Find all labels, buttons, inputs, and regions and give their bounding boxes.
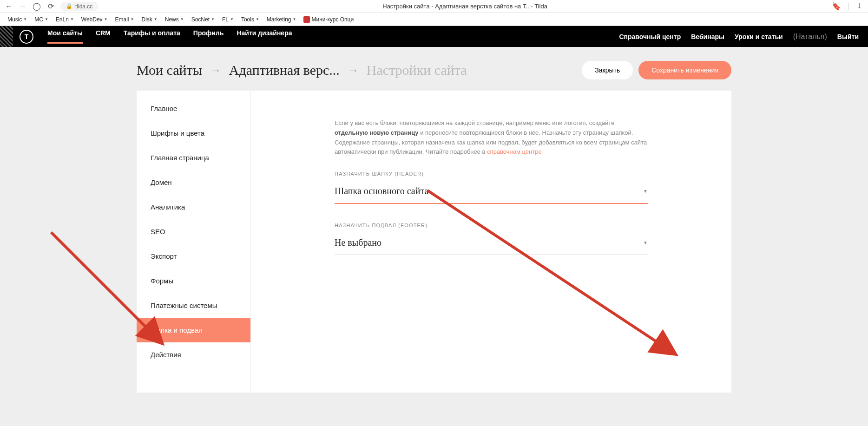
- footer-field-label: НАЗНАЧИТЬ ПОДВАЛ (FOOTER): [335, 223, 648, 228]
- breadcrumbs: Мои сайты → Адаптивная верс... → Настрой…: [137, 61, 731, 79]
- nav-help-center[interactable]: Справочный центр: [619, 33, 681, 40]
- browser-toolbar: ← → ◯ ⟳ 🔒 tilda.cc Настройки сайта - Ада…: [0, 0, 868, 13]
- nav-profile[interactable]: Профиль: [193, 29, 224, 44]
- help-text: Если у вас есть блоки, повторяющиеся на …: [335, 118, 648, 157]
- sidebar-item-header-footer[interactable]: Шапка и подвал: [137, 318, 250, 342]
- separator: |: [848, 2, 849, 11]
- settings-panel: Главное Шрифты и цвета Главная страница …: [137, 91, 731, 393]
- zigzag-decor: [0, 26, 13, 47]
- sidebar-item-analytics[interactable]: Аналитика: [137, 195, 250, 219]
- sidebar-item-homepage[interactable]: Главная страница: [137, 145, 250, 170]
- help-link[interactable]: справочном центре: [487, 148, 542, 155]
- back-icon[interactable]: ←: [5, 2, 13, 11]
- nav-left: Мои сайты CRM Тарифы и оплата Профиль На…: [47, 29, 292, 44]
- crumb-project[interactable]: Адаптивная верс...: [229, 62, 340, 78]
- url-text: tilda.cc: [75, 3, 92, 10]
- nav-logout[interactable]: Выйти: [837, 33, 859, 40]
- sidebar: Главное Шрифты и цвета Главная страница …: [137, 91, 251, 393]
- yandex-icon[interactable]: ◯: [33, 2, 41, 11]
- chevron-right-icon: →: [347, 63, 359, 78]
- url-box[interactable]: 🔒 tilda.cc: [60, 2, 98, 11]
- nav-tariffs[interactable]: Тарифы и оплата: [124, 29, 180, 44]
- crumb-my-sites[interactable]: Мои сайты: [137, 62, 202, 78]
- chevron-right-icon: →: [210, 63, 222, 78]
- bookmark-item[interactable]: MC▼: [32, 15, 51, 24]
- bookmark-item[interactable]: Marketing▼: [264, 15, 299, 24]
- bookmark-item[interactable]: WebDev▼: [79, 15, 111, 24]
- main-content: Если у вас есть блоки, повторяющиеся на …: [251, 91, 731, 393]
- bookmark-item[interactable]: Мини-курс Опци: [301, 15, 356, 24]
- lock-icon: 🔒: [66, 3, 72, 9]
- sidebar-item-domain[interactable]: Домен: [137, 170, 250, 195]
- bookmarks-bar: Music▼ MC▼ EnLn▼ WebDev▼ Email▼ Disk▼ Ne…: [0, 13, 868, 26]
- chevron-down-icon: ▼: [643, 189, 648, 194]
- sidebar-item-seo[interactable]: SEO: [137, 219, 250, 244]
- bookmark-item[interactable]: Tools▼: [238, 15, 262, 24]
- bookmark-item[interactable]: FL▼: [219, 15, 237, 24]
- bookmark-item[interactable]: Email▼: [112, 15, 137, 24]
- nav-lessons[interactable]: Уроки и статьи: [735, 33, 783, 40]
- bookmark-icon[interactable]: 🔖: [832, 2, 841, 11]
- forward-icon[interactable]: →: [19, 2, 27, 11]
- chevron-down-icon: ▼: [643, 240, 648, 245]
- bookmark-item[interactable]: Disk▼: [138, 15, 160, 24]
- sidebar-item-actions[interactable]: Действия: [137, 342, 250, 367]
- sidebar-item-forms[interactable]: Формы: [137, 269, 250, 293]
- footer-select-value: Не выбрано: [335, 237, 381, 248]
- bookmark-item[interactable]: News▼: [162, 15, 187, 24]
- sidebar-item-payments[interactable]: Платежные системы: [137, 293, 250, 318]
- sidebar-item-fonts[interactable]: Шрифты и цвета: [137, 121, 250, 145]
- user-name: (Наталья): [793, 33, 827, 41]
- crumb-current: Настройки сайта: [367, 62, 467, 78]
- download-icon[interactable]: ⭳: [856, 2, 863, 11]
- reload-icon[interactable]: ⟳: [46, 2, 55, 11]
- nav-crm[interactable]: CRM: [96, 29, 111, 44]
- bookmark-item[interactable]: SocNet▼: [189, 15, 217, 24]
- bookmark-item[interactable]: Music▼: [5, 15, 30, 24]
- nav-find-designer[interactable]: Найти дизайнера: [237, 29, 292, 44]
- sidebar-item-export[interactable]: Экспорт: [137, 244, 250, 269]
- close-button[interactable]: Закрыть: [582, 61, 633, 79]
- nav-my-sites[interactable]: Мои сайты: [47, 29, 83, 44]
- sidebar-item-main[interactable]: Главное: [137, 96, 250, 121]
- course-icon: [303, 16, 310, 23]
- nav-right: Справочный центр Вебинары Уроки и статьи…: [619, 33, 859, 41]
- save-button[interactable]: Сохранить изменения: [638, 61, 731, 79]
- site-header: T Мои сайты CRM Тарифы и оплата Профиль …: [0, 26, 868, 47]
- nav-webinars[interactable]: Вебинары: [691, 33, 724, 40]
- header-select-value: Шапка основного сайта: [335, 186, 428, 197]
- bookmark-item[interactable]: EnLn▼: [53, 15, 77, 24]
- footer-select[interactable]: Не выбрано ▼: [335, 234, 648, 255]
- header-field-label: НАЗНАЧИТЬ ШАПКУ (HEADER): [335, 171, 648, 177]
- tilda-logo[interactable]: T: [20, 30, 33, 44]
- header-select[interactable]: Шапка основного сайта ▼: [335, 182, 648, 204]
- page-tab-title: Настройки сайта - Адаптивная верстка сай…: [104, 3, 826, 10]
